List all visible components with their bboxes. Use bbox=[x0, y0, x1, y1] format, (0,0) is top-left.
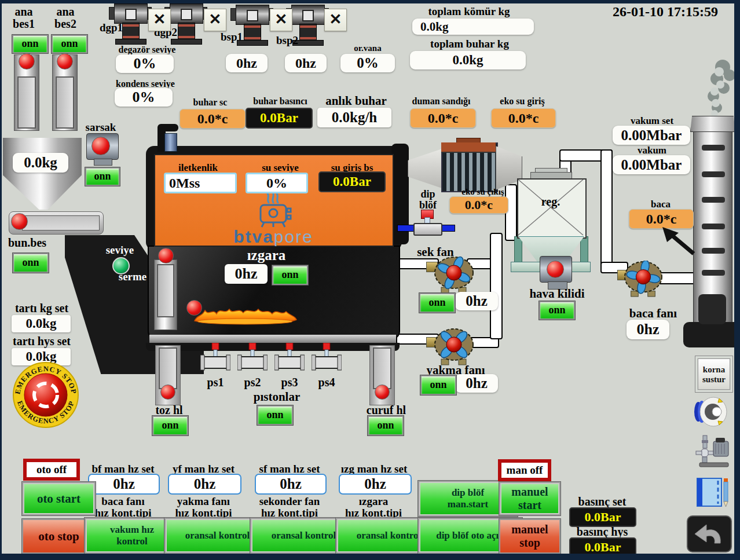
seviye-lamp bbox=[112, 257, 130, 274]
manuel-start-button[interactable]: manuel start bbox=[499, 482, 561, 515]
chimney-cap bbox=[690, 116, 735, 132]
emergency-stop-button[interactable]: EMERGENCY STOP EMERGENCY STOP bbox=[6, 359, 86, 431]
basinc-hys-value[interactable]: 0.0Bar bbox=[569, 537, 636, 557]
ana-bes1-on-button[interactable]: onn bbox=[12, 35, 48, 53]
toz-lamp bbox=[160, 385, 175, 400]
yakma-fan-on-button[interactable]: onn bbox=[420, 375, 456, 395]
total-coal-value: 0.0kg bbox=[412, 19, 534, 35]
bunbes-on-button[interactable]: onn bbox=[13, 253, 49, 273]
sf-man-hz-input[interactable]: 0hz bbox=[255, 474, 327, 495]
ps3-label: ps3 bbox=[277, 376, 302, 389]
vakum-set-value[interactable]: 0.00Mbar bbox=[613, 126, 690, 145]
ana-bes2-label: anabes2 bbox=[47, 6, 83, 30]
yf-name: yakma fanıhız kont.tipi bbox=[167, 496, 240, 519]
anlik-buhar-value: 0.0kg/h bbox=[317, 108, 391, 127]
degazor-seviye-value: 0% bbox=[116, 54, 174, 73]
dgp1-label: dgp1 bbox=[96, 22, 126, 34]
buhar-sc-label: buhar sc bbox=[184, 98, 236, 108]
sarsak-on-button[interactable]: onn bbox=[85, 167, 120, 186]
baca-temp-value: 0.0*c bbox=[629, 209, 694, 229]
anlik-buhar-label: anlık buhar bbox=[321, 94, 391, 107]
eko-su-giris-value: 0.0*c bbox=[491, 108, 556, 128]
btvapore-logo-icon bbox=[243, 191, 303, 228]
buhar-sc-value: 0.0*c bbox=[179, 109, 246, 129]
ps3-valve bbox=[274, 343, 305, 378]
dip-blof-label: dipblöf bbox=[409, 189, 447, 211]
iletkenlik-label: iletkenlik bbox=[169, 163, 227, 173]
toz-on-button[interactable]: onn bbox=[152, 416, 188, 435]
basinc-set-label: basınç set bbox=[570, 496, 635, 508]
sek-fan-hz: 0hz bbox=[455, 292, 498, 310]
furnace-lamp-top bbox=[158, 248, 174, 263]
dgp2-close-button[interactable]: ✕ bbox=[204, 9, 226, 31]
vakum-set-label: vakum set bbox=[614, 116, 690, 126]
korna-sustur-button[interactable]: korna sustur bbox=[695, 356, 733, 393]
bf-man-hz-input[interactable]: 0hz bbox=[88, 474, 160, 495]
tarti-kg-set-value[interactable]: 0.0kg bbox=[12, 315, 71, 332]
bsp2-close-button[interactable]: ✕ bbox=[324, 9, 347, 31]
buhar-basinci-value: 0.0Bar bbox=[246, 108, 313, 129]
sarsak-label: sarsak bbox=[82, 122, 119, 133]
dgp1-close-button[interactable]: ✕ bbox=[148, 9, 171, 31]
feeder1-column-window bbox=[17, 76, 36, 129]
basinc-set-value[interactable]: 0.0Bar bbox=[569, 507, 636, 527]
conveyor-belt bbox=[22, 215, 100, 230]
pipe-right-down bbox=[600, 149, 613, 271]
pistonlar-on-button[interactable]: onn bbox=[257, 405, 293, 425]
bf-man-hz-set-label: bf man hz set bbox=[87, 463, 159, 475]
chimney-slot-2 bbox=[702, 171, 725, 177]
curuf-on-button[interactable]: onn bbox=[368, 416, 404, 435]
or-vana-label: or.vana bbox=[347, 44, 388, 53]
izg-man-hz-set-label: ızg man hz set bbox=[338, 463, 411, 475]
eko-su-giris-label: eko su giriş bbox=[492, 97, 552, 107]
eko-su-cikis-label: eko su çıkış bbox=[453, 188, 513, 197]
duman-sandigi-value: 0.0*c bbox=[410, 108, 476, 128]
duman-sandigi-label: duman sandığı bbox=[406, 97, 476, 107]
sek-fan-on-button[interactable]: onn bbox=[419, 293, 455, 313]
su-seviye-label: su seviye bbox=[251, 163, 309, 173]
izgara-on-button[interactable]: onn bbox=[272, 265, 308, 285]
chimney-slot-3 bbox=[702, 197, 725, 203]
total-steam-value: 0.0kg bbox=[410, 51, 526, 69]
chimney-door bbox=[698, 294, 726, 324]
bsp2-hz: 0hz bbox=[285, 54, 327, 72]
feeder1-lamp bbox=[19, 53, 35, 69]
bsp1-close-button[interactable]: ✕ bbox=[270, 9, 292, 31]
bsp2-label: bsp2 bbox=[272, 35, 302, 46]
toz-hl-label: toz hl bbox=[149, 404, 189, 416]
bunbes-label: bun.bes bbox=[8, 237, 54, 249]
total-steam-label: toplam buhar kg bbox=[409, 38, 530, 50]
back-button[interactable] bbox=[687, 515, 732, 552]
yakma-fan-hz: 0hz bbox=[455, 374, 498, 393]
log-document-icon[interactable] bbox=[696, 476, 730, 508]
economizer-left-cone bbox=[408, 148, 444, 189]
ana-bes2-on-button[interactable]: onn bbox=[52, 35, 87, 53]
horn-icon[interactable] bbox=[689, 395, 728, 429]
baca-fan-label: baca fanı bbox=[624, 307, 682, 320]
toz-column-window bbox=[159, 347, 177, 389]
ana-bes1-label: anabes1 bbox=[6, 6, 42, 30]
pump-icon[interactable] bbox=[695, 434, 731, 468]
chimney-base bbox=[683, 322, 740, 347]
pipe-riser bbox=[490, 233, 503, 339]
yf-man-hz-input[interactable]: 0hz bbox=[168, 474, 241, 495]
tarti-kg-set-label: tartı kg set bbox=[7, 302, 76, 314]
izgara-label: ızgara bbox=[232, 248, 301, 263]
scada-screen: 26-01-10 17:15:59 toplam kömür kg 0.0kg … bbox=[0, 0, 740, 560]
chimney-slot-1 bbox=[702, 145, 725, 151]
dip-blof-valve-body bbox=[413, 223, 442, 236]
conveyor-lamp bbox=[11, 213, 28, 230]
serme-column-window bbox=[157, 264, 174, 317]
feeder2-column-window bbox=[56, 76, 74, 129]
baca-temp-label: baca bbox=[630, 199, 691, 210]
bsp1-hz: 0hz bbox=[226, 54, 268, 72]
seviye-label: seviye bbox=[100, 244, 140, 256]
oto-start-button[interactable]: oto start bbox=[22, 482, 96, 515]
furnace-base-strip bbox=[149, 335, 396, 343]
ps4-label: ps4 bbox=[314, 376, 339, 389]
hava-kilidi-on-button[interactable]: onn bbox=[539, 301, 575, 320]
man-off-indicator: man off bbox=[498, 459, 551, 481]
pistonlar-label: pıstonlar bbox=[242, 390, 312, 403]
manuel-stop-button[interactable]: manuel stop bbox=[499, 519, 561, 554]
izg-man-hz-input[interactable]: 0hz bbox=[339, 474, 412, 495]
